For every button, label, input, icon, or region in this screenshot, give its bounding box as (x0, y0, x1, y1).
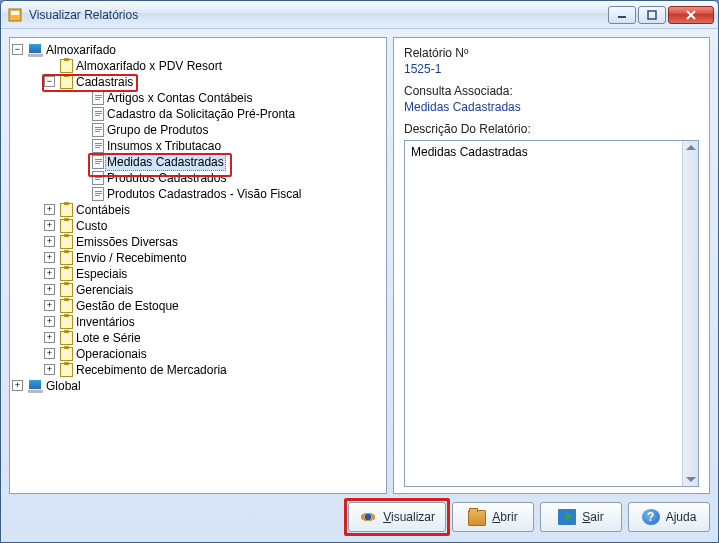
tree-node[interactable]: +Emissões Diversas (44, 234, 384, 250)
associated-query-value[interactable]: Medidas Cadastradas (404, 100, 699, 114)
tree-label: Especiais (75, 266, 128, 282)
tree-label: Lote e Série (75, 330, 142, 346)
report-icon (92, 139, 104, 153)
report-icon (92, 171, 104, 185)
collapse-icon[interactable]: − (12, 44, 23, 55)
report-description-box: Medidas Cadastradas (404, 140, 699, 487)
tree-node[interactable]: +Custo (44, 218, 384, 234)
tree-label: Inventários (75, 314, 136, 330)
tree-label: Produtos Cadastrados (106, 170, 227, 186)
ajuda-button[interactable]: ? Ajuda (628, 502, 710, 532)
app-icon (7, 7, 23, 23)
abrir-button[interactable]: Abrir (452, 502, 534, 532)
expand-icon[interactable]: + (44, 204, 55, 215)
tree-node[interactable]: +Lote e Série (44, 330, 384, 346)
report-icon (92, 155, 104, 169)
folder-open-icon (468, 510, 486, 526)
tree-label: Global (45, 378, 82, 394)
tree-node-almoxarifado[interactable]: − Almoxarifado Almoxarifado x PDV Resort (12, 42, 384, 378)
detail-panel: Relatório Nº 1525-1 Consulta Associada: … (393, 37, 710, 494)
tree-node[interactable]: +Envio / Recebimento (44, 250, 384, 266)
sair-button[interactable]: Sair (540, 502, 622, 532)
clipboard-icon (60, 59, 73, 73)
expand-icon[interactable]: + (44, 252, 55, 263)
tree-panel[interactable]: − Almoxarifado Almoxarifado x PDV Resort (9, 37, 387, 494)
expand-icon[interactable]: + (44, 268, 55, 279)
expand-icon[interactable]: + (44, 364, 55, 375)
tree-label: Envio / Recebimento (75, 250, 188, 266)
button-label: Visualizar (383, 510, 435, 524)
report-description-label: Descrição Do Relatório: (404, 122, 699, 136)
tree-label: Gerenciais (75, 282, 134, 298)
window-title: Visualizar Relatórios (29, 8, 608, 22)
tree-node[interactable]: Almoxarifado x PDV Resort (44, 58, 384, 74)
tree-node-medidas-cadastradas[interactable]: Medidas Cadastradas (76, 154, 384, 170)
maximize-button[interactable] (638, 6, 666, 24)
scrollbar[interactable] (682, 141, 698, 486)
clipboard-icon (60, 235, 73, 249)
tree-node[interactable]: +Especiais (44, 266, 384, 282)
tree-node[interactable]: +Operacionais (44, 346, 384, 362)
collapse-icon[interactable]: − (44, 76, 55, 87)
tree-label: Gestão de Estoque (75, 298, 180, 314)
tree-node[interactable]: Insumos x Tributacao (76, 138, 384, 154)
clipboard-icon (60, 347, 73, 361)
tree-node-cadastrais[interactable]: − Cadastrais Artigos x Contas Contábeis … (44, 74, 384, 202)
clipboard-icon (60, 75, 73, 89)
tree-node[interactable]: Artigos x Contas Contábeis (76, 90, 384, 106)
clipboard-icon (60, 315, 73, 329)
expand-icon[interactable]: + (44, 220, 55, 231)
clipboard-icon (60, 251, 73, 265)
tree-label: Operacionais (75, 346, 148, 362)
clipboard-icon (60, 203, 73, 217)
tree-label: Almoxarifado (45, 42, 117, 58)
expand-icon[interactable]: + (44, 332, 55, 343)
button-label: Ajuda (666, 510, 697, 524)
tree-node[interactable]: +Gestão de Estoque (44, 298, 384, 314)
expand-icon[interactable]: + (44, 348, 55, 359)
svg-rect-3 (648, 11, 656, 19)
tree-node[interactable]: +Gerenciais (44, 282, 384, 298)
tree-node-global[interactable]: + Global (12, 378, 384, 394)
footer-toolbar: Visualizar Abrir Sair ? Ajuda (9, 498, 710, 536)
workstation-icon (28, 379, 43, 393)
tree-label: Contábeis (75, 202, 131, 218)
tree-label: Cadastro da Solicitação Pré-Pronta (106, 106, 296, 122)
clipboard-icon (60, 283, 73, 297)
expand-icon[interactable]: + (44, 284, 55, 295)
report-icon (92, 91, 104, 105)
tree-node[interactable]: Produtos Cadastrados (76, 170, 384, 186)
tree-node[interactable]: +Contábeis (44, 202, 384, 218)
tree-label: Custo (75, 218, 108, 234)
tree-node[interactable]: +Inventários (44, 314, 384, 330)
app-window: Visualizar Relatórios − Almoxarifado (0, 0, 719, 543)
tree-label: Grupo de Produtos (106, 122, 209, 138)
button-label: Sair (582, 510, 603, 524)
tree-label: Medidas Cadastradas (105, 153, 226, 171)
expand-icon[interactable]: + (44, 236, 55, 247)
report-description-value: Medidas Cadastradas (411, 145, 528, 159)
svg-rect-1 (11, 11, 19, 15)
help-icon: ? (642, 509, 660, 525)
button-label: Abrir (492, 510, 517, 524)
tree-node[interactable]: Cadastro da Solicitação Pré-Pronta (76, 106, 384, 122)
associated-query-label: Consulta Associada: (404, 84, 699, 98)
close-button[interactable] (668, 6, 714, 24)
clipboard-icon (60, 331, 73, 345)
expand-icon[interactable]: + (44, 300, 55, 311)
report-number-value[interactable]: 1525-1 (404, 62, 699, 76)
expand-icon[interactable]: + (12, 380, 23, 391)
tree-label: Almoxarifado x PDV Resort (75, 58, 223, 74)
workstation-icon (28, 43, 43, 57)
tree-node[interactable]: Grupo de Produtos (76, 122, 384, 138)
expand-icon[interactable]: + (44, 316, 55, 327)
tree-node[interactable]: Produtos Cadastrados - Visão Fiscal (76, 186, 384, 202)
titlebar: Visualizar Relatórios (1, 1, 718, 29)
tree-label: Recebimento de Mercadoria (75, 362, 228, 378)
visualizar-button[interactable]: Visualizar (348, 502, 446, 532)
eye-icon (359, 509, 377, 525)
tree-node[interactable]: +Recebimento de Mercadoria (44, 362, 384, 378)
minimize-button[interactable] (608, 6, 636, 24)
clipboard-icon (60, 363, 73, 377)
tree-label: Insumos x Tributacao (106, 138, 222, 154)
